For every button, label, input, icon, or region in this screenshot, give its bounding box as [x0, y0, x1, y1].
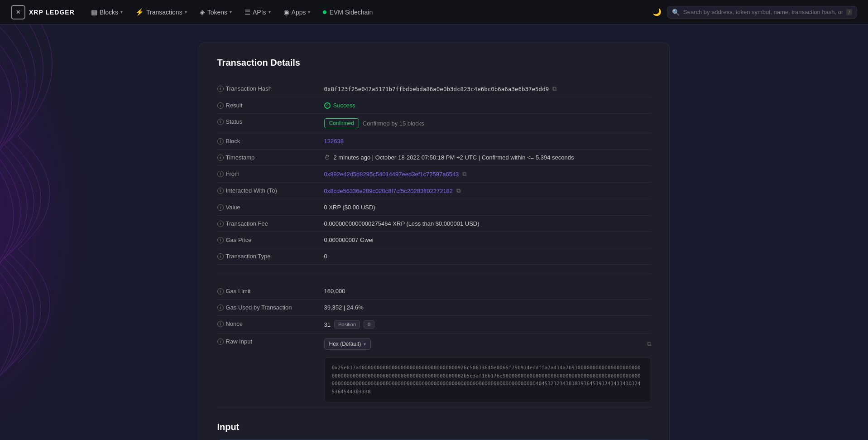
label-gas-price: i Gas Price: [217, 237, 317, 243]
info-icon-block[interactable]: i: [217, 138, 224, 145]
to-address-link[interactable]: 0x8cde56336e289c028c8f7cf5c20283ff022721…: [324, 188, 453, 194]
label-result: i Result: [217, 102, 317, 109]
row-raw-input: i Raw Input Hex (Default) ▾ ⧉ 0x25e817af…: [217, 334, 651, 407]
value-status: Confirmed Confirmed by 15 blocks: [324, 118, 651, 128]
row-timestamp: i Timestamp ⏱ 2 minutes ago | October-18…: [217, 150, 651, 166]
search-bar[interactable]: 🔍 /: [667, 6, 857, 19]
info-icon-to[interactable]: i: [217, 188, 224, 194]
nav-label-blocks: Blocks: [100, 9, 118, 16]
tokens-icon: ◈: [200, 8, 205, 16]
label-fee: i Transaction Fee: [217, 220, 317, 227]
nav-item-tokens[interactable]: ◈ Tokens ▾: [194, 5, 237, 19]
info-icon-raw-input[interactable]: i: [217, 338, 224, 345]
info-icon-nonce[interactable]: i: [217, 321, 224, 327]
copy-hash-button[interactable]: ⧉: [552, 85, 556, 92]
label-gas-limit: i Gas Limit: [217, 288, 317, 295]
hash-text: 0x8f123f25e047a5171b7ffbdbebda86a0e0b3dc…: [324, 86, 549, 92]
clock-icon: ⏱: [324, 154, 330, 161]
evm-status-dot: [323, 10, 326, 14]
blocks-arrow: ▾: [120, 10, 123, 15]
value-tx-type: 0: [324, 253, 651, 260]
search-slash-badge: /: [846, 9, 852, 15]
info-icon-value[interactable]: i: [217, 204, 224, 211]
info-icon-gas-used[interactable]: i: [217, 305, 224, 311]
value-gas-price: 0.000000007 Gwei: [324, 237, 651, 243]
info-icon-gas-limit[interactable]: i: [217, 288, 224, 295]
logo-icon: ✕: [11, 5, 25, 19]
apis-arrow: ▾: [269, 10, 271, 15]
row-block: i Block 132638: [217, 133, 651, 150]
transaction-card: Transaction Details i Transaction Hash 0…: [199, 43, 670, 440]
value-gas-limit: 160,000: [324, 288, 651, 295]
block-link[interactable]: 132638: [324, 138, 344, 145]
nonce-position-value: 0: [364, 320, 374, 329]
info-icon-status[interactable]: i: [217, 119, 224, 125]
value-gas-used: 39,352 | 24.6%: [324, 304, 651, 311]
value-raw-input: Hex (Default) ▾ ⧉ 0x25e817af000000000000…: [324, 338, 651, 402]
success-icon: ✓: [324, 102, 331, 109]
value-nonce: 31 Position 0: [324, 320, 651, 329]
value-value: 0 XRP ($0.00 USD): [324, 204, 651, 211]
value-from: 0x992e42d5d8295c54014497eed3ef1c72597a65…: [324, 170, 651, 178]
info-icon-result[interactable]: i: [217, 102, 224, 109]
row-status: i Status Confirmed Confirmed by 15 block…: [217, 114, 651, 133]
hex-dropdown-button[interactable]: Hex (Default) ▾: [324, 338, 371, 350]
position-badge: Position: [334, 320, 360, 329]
nav-item-apps[interactable]: ◉ Apps ▾: [278, 5, 316, 19]
info-icon-from[interactable]: i: [217, 171, 224, 177]
info-icon-hash[interactable]: i: [217, 86, 224, 92]
nav-label-tokens: Tokens: [207, 9, 227, 16]
search-icon: 🔍: [672, 9, 680, 16]
logo-text: XRP LEDGER: [29, 9, 75, 16]
info-icon-tx-type[interactable]: i: [217, 253, 224, 260]
row-nonce: i Nonce 31 Position 0: [217, 316, 651, 334]
nav-right: 🌙 🔍 /: [651, 6, 857, 19]
info-icon-timestamp[interactable]: i: [217, 155, 224, 161]
dropdown-arrow-icon: ▾: [364, 342, 366, 347]
copy-raw-input-button[interactable]: ⧉: [647, 340, 651, 348]
input-section: Input To see accurate decoded input data…: [217, 422, 651, 440]
blocks-icon: ▦: [91, 8, 97, 16]
value-fee: 0.0000000000000275464 XRP (Less than $0.…: [324, 220, 651, 227]
nonce-number: 31: [324, 321, 331, 328]
nav-item-transactions[interactable]: ⚡ Transactions ▾: [130, 5, 192, 19]
label-tx-type: i Transaction Type: [217, 253, 317, 260]
search-input[interactable]: [683, 9, 843, 15]
label-raw-input: i Raw Input: [217, 338, 317, 345]
row-value: i Value 0 XRP ($0.00 USD): [217, 199, 651, 216]
row-transaction-hash: i Transaction Hash 0x8f123f25e047a5171b7…: [217, 81, 651, 97]
row-gas-used: i Gas Used by Transaction 39,352 | 24.6%: [217, 300, 651, 316]
value-block: 132638: [324, 138, 651, 145]
copy-to-button[interactable]: ⧉: [456, 187, 460, 194]
nav-item-blocks[interactable]: ▦ Blocks ▾: [86, 5, 128, 19]
from-address-link[interactable]: 0x992e42d5d8295c54014497eed3ef1c72597a65…: [324, 171, 459, 178]
value-result: ✓ Success: [324, 102, 651, 109]
apps-arrow: ▾: [308, 10, 310, 15]
confirmed-badge: Confirmed: [324, 118, 359, 128]
info-icon-fee[interactable]: i: [217, 221, 224, 227]
success-badge: ✓ Success: [324, 102, 355, 109]
value-timestamp: ⏱ 2 minutes ago | October-18-2022 07:50:…: [324, 154, 651, 161]
row-from: i From 0x992e42d5d8295c54014497eed3ef1c7…: [217, 166, 651, 183]
row-result: i Result ✓ Success: [217, 97, 651, 114]
row-fee: i Transaction Fee 0.0000000000000275464 …: [217, 216, 651, 232]
info-icon-gas-price[interactable]: i: [217, 237, 224, 243]
confirmed-by-text: Confirmed by 15 blocks: [363, 120, 424, 127]
apps-icon: ◉: [283, 8, 289, 16]
copy-from-button[interactable]: ⧉: [462, 170, 466, 178]
label-timestamp: i Timestamp: [217, 154, 317, 161]
label-value: i Value: [217, 204, 317, 211]
tokens-arrow: ▾: [230, 10, 232, 15]
evm-sidechain[interactable]: EVM Sidechain: [317, 6, 378, 19]
dark-mode-toggle[interactable]: 🌙: [651, 6, 663, 19]
label-gas-used: i Gas Used by Transaction: [217, 304, 317, 311]
label-from: i From: [217, 170, 317, 177]
section-divider: [217, 274, 651, 274]
row-gas-limit: i Gas Limit 160,000: [217, 283, 651, 300]
logo[interactable]: ✕ XRP LEDGER: [11, 5, 75, 19]
value-to: 0x8cde56336e289c028c8f7cf5c20283ff022721…: [324, 187, 651, 194]
nav-item-apis[interactable]: ☰ APIs ▾: [239, 5, 276, 19]
apis-icon: ☰: [245, 8, 250, 16]
row-gas-price: i Gas Price 0.000000007 Gwei: [217, 232, 651, 248]
row-tx-type: i Transaction Type 0: [217, 248, 651, 265]
